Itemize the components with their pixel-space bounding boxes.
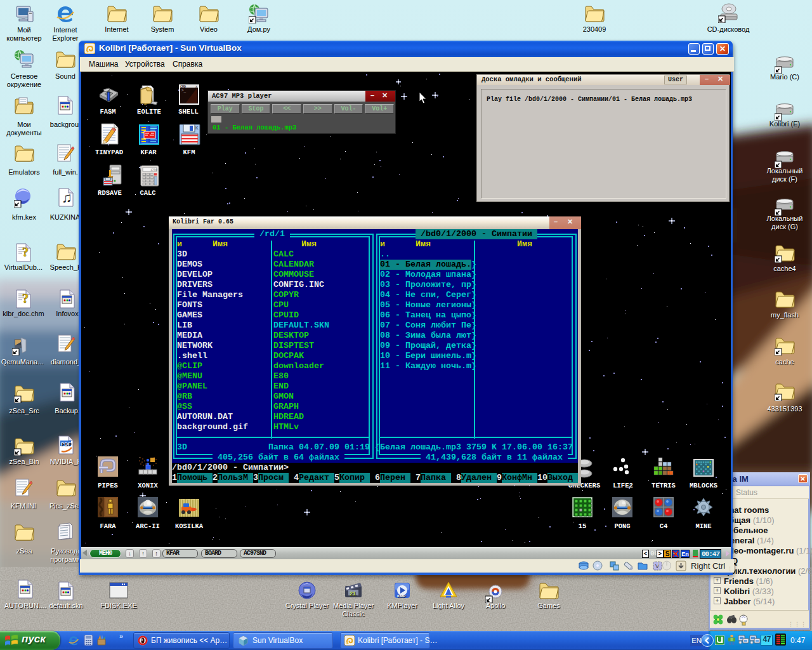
svg-text:x: x: [195, 84, 197, 88]
svg-text:>_: >_: [181, 88, 187, 93]
svg-text:K: K: [195, 126, 199, 130]
svg-text:1750: 1750: [150, 168, 157, 171]
